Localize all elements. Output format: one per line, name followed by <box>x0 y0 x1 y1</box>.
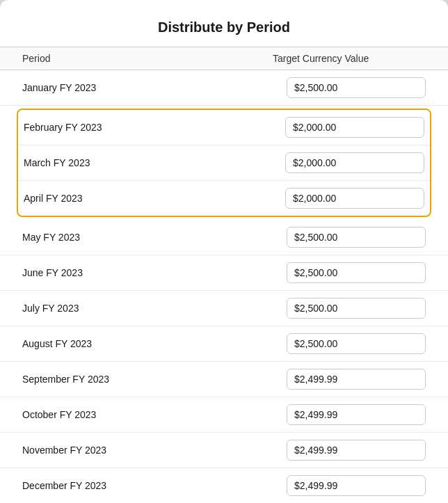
value-input-aug[interactable] <box>287 333 426 354</box>
table-body: January FY 2023February FY 2023March FY … <box>0 70 448 503</box>
value-input-oct[interactable] <box>287 404 426 425</box>
table-row: August FY 2023 <box>0 326 448 362</box>
value-input-apr[interactable] <box>285 188 424 209</box>
column-header-value: Target Currency Value <box>273 53 426 64</box>
period-label-nov: November FY 2023 <box>22 445 287 456</box>
table-row: February FY 2023 <box>18 110 430 145</box>
table-row: May FY 2023 <box>0 220 448 255</box>
table-header: Period Target Currency Value <box>0 47 448 70</box>
value-input-mar[interactable] <box>285 152 424 173</box>
value-input-sep[interactable] <box>287 369 426 390</box>
dialog-title: Distribute by Period <box>0 0 448 47</box>
value-input-jan[interactable] <box>287 77 426 98</box>
period-label-oct: October FY 2023 <box>22 409 287 420</box>
period-label-feb: February FY 2023 <box>24 122 285 133</box>
column-header-period: Period <box>22 53 273 64</box>
distribute-by-period-dialog: Distribute by Period Period Target Curre… <box>0 0 448 503</box>
value-input-may[interactable] <box>287 227 426 248</box>
period-label-mar: March FY 2023 <box>24 157 285 168</box>
table-row: April FY 2023 <box>18 181 430 216</box>
period-label-may: May FY 2023 <box>22 232 287 243</box>
value-input-jun[interactable] <box>287 262 426 283</box>
table-row: March FY 2023 <box>18 145 430 181</box>
table-row: July FY 2023 <box>0 291 448 326</box>
period-label-dec: December FY 2023 <box>22 480 287 491</box>
table-row: October FY 2023 <box>0 397 448 433</box>
table-row: November FY 2023 <box>0 433 448 468</box>
period-label-aug: August FY 2023 <box>22 338 287 349</box>
table-row: December FY 2023 <box>0 468 448 503</box>
value-input-dec[interactable] <box>287 475 426 496</box>
period-label-jan: January FY 2023 <box>22 82 287 93</box>
period-label-jun: June FY 2023 <box>22 267 287 278</box>
table-row: September FY 2023 <box>0 362 448 397</box>
value-input-nov[interactable] <box>287 440 426 461</box>
table-row: June FY 2023 <box>0 255 448 291</box>
table-row: January FY 2023 <box>0 70 448 106</box>
value-input-feb[interactable] <box>285 117 424 138</box>
period-label-jul: July FY 2023 <box>22 303 287 314</box>
period-label-sep: September FY 2023 <box>22 374 287 385</box>
value-input-jul[interactable] <box>287 298 426 319</box>
period-label-apr: April FY 2023 <box>24 193 285 204</box>
highlighted-group: February FY 2023March FY 2023April FY 20… <box>17 109 431 217</box>
